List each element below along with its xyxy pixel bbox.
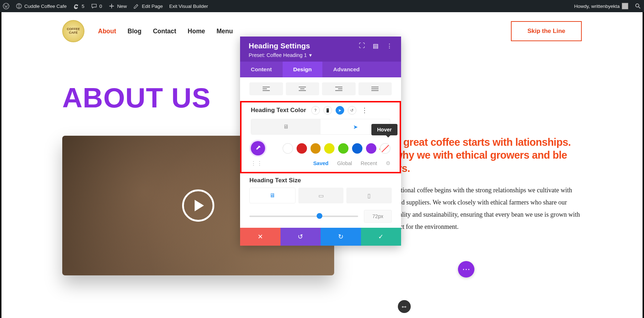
tab-content[interactable]: Content: [240, 62, 283, 77]
svg-point-2: [636, 4, 639, 7]
size-tablet-tab[interactable]: ▭: [298, 188, 344, 203]
swatch-amber[interactable]: [311, 143, 321, 154]
nav-contact[interactable]: Contact: [153, 28, 176, 35]
svg-rect-8: [299, 90, 306, 91]
palette-global[interactable]: Global: [337, 160, 352, 166]
svg-rect-14: [371, 90, 379, 91]
palette-footer: ⋮⋮ Saved Global Recent ⚙: [251, 160, 390, 166]
svg-rect-13: [371, 88, 379, 89]
primary-nav: About Blog Contact Home Menu: [98, 28, 233, 35]
palette-drag-icon[interactable]: ⋮⋮: [251, 160, 263, 166]
state-desktop-tab[interactable]: 🖥: [251, 119, 321, 134]
site-name[interactable]: Cuddle Coffee Cafe: [16, 3, 67, 9]
svg-rect-9: [335, 87, 342, 87]
avatar: [622, 3, 628, 9]
help-icon[interactable]: ?: [311, 106, 320, 115]
list-icon[interactable]: ▤: [373, 42, 379, 50]
panel-tabs: Content Design Advanced: [240, 62, 401, 77]
svg-rect-10: [338, 88, 342, 89]
heading-settings-panel: Heading Settings ⛶ ▤ ⋮ Preset: Coffee He…: [240, 37, 401, 246]
panel-more-icon[interactable]: ⋮: [386, 42, 392, 50]
color-swatches: [251, 141, 390, 155]
swatch-none[interactable]: [380, 143, 390, 154]
exit-builder-link[interactable]: Exit Visual Builder: [169, 4, 208, 9]
nav-about[interactable]: About: [98, 28, 116, 35]
wp-logo-icon[interactable]: [3, 3, 9, 9]
align-right-button[interactable]: [322, 82, 356, 95]
text-align-row: [240, 77, 401, 100]
swatch-yellow[interactable]: [324, 143, 335, 154]
cursor-icon: ➤: [353, 124, 358, 130]
builder-fab[interactable]: ⋯: [458, 261, 474, 278]
nav-blog[interactable]: Blog: [128, 28, 142, 35]
align-left-button[interactable]: [249, 82, 283, 95]
panel-header[interactable]: Heading Settings ⛶ ▤ ⋮ Preset: Coffee He…: [240, 37, 401, 62]
howdy-user[interactable]: Howdy, writtenbyekta: [574, 3, 628, 9]
palette-gear-icon[interactable]: ⚙: [386, 160, 390, 166]
svg-rect-12: [371, 87, 379, 87]
tab-design[interactable]: Design: [283, 62, 323, 77]
device-mobile-icon[interactable]: 📱: [323, 106, 332, 115]
svg-rect-4: [263, 88, 267, 89]
size-phone-tab[interactable]: ▯: [346, 188, 392, 203]
swatch-black[interactable]: [269, 143, 279, 154]
slider-track: [249, 216, 358, 217]
color-section-highlight: Heading Text Color ? 📱 ➤ ↺ ⋮ Hover 🖥 ➤ 👆: [240, 101, 401, 173]
updates-link[interactable]: 5: [73, 3, 84, 9]
color-setting-label: Heading Text Color: [251, 107, 306, 114]
swatch-purple[interactable]: [366, 143, 376, 154]
swatch-green[interactable]: [338, 143, 348, 154]
desktop-icon: 🖥: [283, 124, 289, 130]
svg-rect-7: [300, 88, 304, 89]
cursor-mode-icon[interactable]: ➤: [336, 106, 344, 115]
preset-selector[interactable]: Preset: Coffee Heading 1 ▾: [249, 52, 392, 58]
panel-actions: ✕ ↺ ↻ ✓: [240, 228, 401, 246]
undo-button[interactable]: ↺: [280, 228, 321, 246]
new-link[interactable]: New: [108, 3, 127, 9]
svg-rect-11: [335, 90, 342, 91]
svg-rect-6: [299, 87, 306, 87]
svg-rect-5: [263, 90, 270, 91]
size-slider[interactable]: [249, 215, 358, 217]
svg-rect-3: [263, 87, 270, 87]
hover-tooltip: Hover: [371, 124, 397, 135]
size-section: Heading Text Size 🖥 ▭ ▯ 72px: [240, 173, 401, 228]
expand-fab[interactable]: ⤢: [395, 298, 414, 316]
comments-link[interactable]: 0: [91, 3, 102, 9]
redo-button[interactable]: ↻: [321, 228, 361, 246]
palette-saved[interactable]: Saved: [313, 160, 328, 166]
search-icon[interactable]: [635, 3, 641, 9]
chevron-down-icon: ▾: [309, 52, 312, 58]
slider-thumb[interactable]: [317, 213, 322, 219]
close-button[interactable]: ✕: [240, 228, 280, 246]
size-value-input[interactable]: 72px: [364, 210, 392, 223]
align-center-button[interactable]: [286, 82, 319, 95]
size-setting-label: Heading Text Size: [249, 177, 392, 184]
confirm-button[interactable]: ✓: [361, 228, 401, 246]
size-desktop-tab[interactable]: 🖥: [249, 188, 296, 203]
swatch-blue[interactable]: [352, 143, 362, 154]
state-tabs: 🖥 ➤: [251, 119, 390, 135]
palette-recent[interactable]: Recent: [361, 160, 377, 166]
tab-advanced[interactable]: Advanced: [322, 62, 370, 77]
nav-home[interactable]: Home: [188, 28, 205, 35]
play-button-icon[interactable]: [182, 189, 214, 222]
reset-icon[interactable]: ↺: [348, 106, 356, 115]
swatch-red[interactable]: [297, 143, 307, 154]
align-justify-button[interactable]: [358, 82, 392, 95]
panel-title: Heading Settings: [249, 42, 310, 50]
focus-icon[interactable]: ⛶: [359, 42, 365, 49]
nav-menu[interactable]: Menu: [216, 28, 233, 35]
eyedropper-button[interactable]: [251, 141, 265, 155]
swatch-white[interactable]: [283, 143, 293, 154]
wp-admin-bar: Cuddle Coffee Cafe 5 0 New Edit Page Exi…: [0, 0, 644, 12]
more-options-icon[interactable]: ⋮: [360, 106, 369, 114]
skip-line-button[interactable]: Skip the Line: [511, 21, 582, 41]
edit-page-link[interactable]: Edit Page: [133, 3, 163, 9]
site-logo[interactable]: COFFEE CAFE: [62, 20, 84, 42]
page: COFFEE CAFE About Blog Contact Home Menu…: [0, 12, 644, 318]
